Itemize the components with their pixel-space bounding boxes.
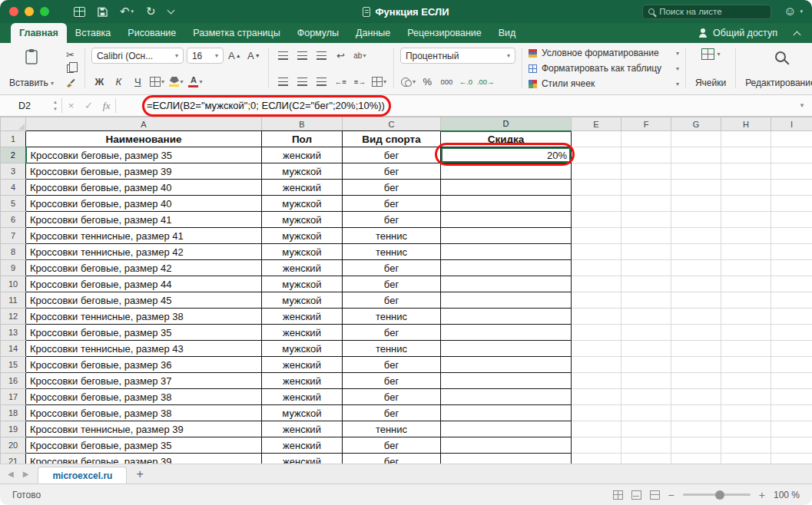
- cell-gender[interactable]: женский: [262, 437, 343, 454]
- collapse-ribbon-icon[interactable]: [794, 31, 801, 38]
- cell[interactable]: [721, 163, 771, 180]
- fill-color-button[interactable]: ▾: [168, 74, 184, 89]
- cell-discount[interactable]: [441, 389, 572, 405]
- row-header-16[interactable]: 16: [1, 373, 26, 389]
- zoom-in-icon[interactable]: +: [759, 489, 765, 501]
- cell[interactable]: [572, 341, 621, 357]
- cell[interactable]: [671, 244, 721, 260]
- cell-name[interactable]: Кроссовки беговые, размер 35: [26, 325, 262, 341]
- cell-gender[interactable]: женский: [262, 309, 343, 325]
- cell[interactable]: [721, 276, 771, 292]
- cell[interactable]: [621, 147, 671, 163]
- font-name-select[interactable]: Calibri (Осн...▾: [91, 48, 184, 64]
- cell[interactable]: [771, 276, 812, 292]
- cell[interactable]: [572, 228, 621, 244]
- row-header-17[interactable]: 17: [1, 389, 26, 405]
- cell[interactable]: [621, 228, 671, 244]
- cell-discount[interactable]: [441, 196, 572, 212]
- cell[interactable]: [621, 292, 671, 309]
- increase-font-button[interactable]: A▲: [227, 48, 243, 64]
- cell-sport[interactable]: бег: [343, 212, 441, 228]
- name-box[interactable]: D2: [0, 95, 49, 116]
- cell-discount[interactable]: [441, 260, 572, 276]
- cell[interactable]: [671, 163, 721, 180]
- save-icon[interactable]: [98, 7, 108, 17]
- cell-name[interactable]: Кроссовки беговые, размер 37: [26, 373, 262, 389]
- cell[interactable]: [572, 437, 621, 454]
- cell-name[interactable]: Кроссовки теннисные, размер 43: [26, 341, 262, 357]
- cell[interactable]: [671, 131, 721, 147]
- cell-discount[interactable]: [441, 357, 572, 373]
- column-header-F[interactable]: F: [621, 117, 671, 131]
- percent-button[interactable]: %: [419, 74, 436, 89]
- decrease-font-button[interactable]: A▼: [246, 48, 262, 64]
- orientation-button[interactable]: ab▾: [352, 48, 368, 63]
- cell[interactable]: [621, 325, 671, 341]
- cell[interactable]: [771, 147, 812, 163]
- cell-name[interactable]: Кроссовки беговые, размер 42: [26, 260, 262, 276]
- cell[interactable]: [621, 373, 671, 389]
- formula-bar-expand-icon[interactable]: ▼: [792, 95, 812, 116]
- cell-gender[interactable]: женский: [262, 421, 343, 437]
- cell[interactable]: [621, 357, 671, 373]
- currency-button[interactable]: ▾: [400, 74, 416, 89]
- cell[interactable]: [721, 389, 771, 405]
- cell[interactable]: [621, 131, 671, 147]
- cell[interactable]: [721, 228, 771, 244]
- cell[interactable]: [721, 373, 771, 389]
- cell[interactable]: [572, 309, 621, 325]
- merge-button[interactable]: ▾: [371, 74, 387, 89]
- cell-gender[interactable]: женский: [262, 454, 343, 464]
- cell-discount[interactable]: [441, 325, 572, 341]
- column-header-I[interactable]: I: [771, 117, 812, 131]
- cell[interactable]: [671, 357, 721, 373]
- cell-discount[interactable]: [441, 405, 572, 421]
- column-header-A[interactable]: A: [26, 117, 262, 131]
- cell[interactable]: [721, 454, 771, 464]
- cell-sport[interactable]: теннис: [343, 309, 441, 325]
- row-header-8[interactable]: 8: [1, 244, 26, 260]
- cell-name[interactable]: Кроссовки теннисные, размер 41: [26, 228, 262, 244]
- cell-gender[interactable]: женский: [262, 260, 343, 276]
- redo-icon[interactable]: ↻: [146, 5, 156, 18]
- cell[interactable]: [771, 163, 812, 180]
- cell[interactable]: [572, 405, 621, 421]
- cell-sport[interactable]: бег: [343, 325, 441, 341]
- increase-indent-button[interactable]: ≡→: [352, 74, 368, 89]
- insert-function-icon[interactable]: fx: [98, 95, 115, 116]
- cell[interactable]: [621, 405, 671, 421]
- cell[interactable]: [721, 357, 771, 373]
- cell[interactable]: [771, 405, 812, 421]
- cell-sport[interactable]: бег: [343, 196, 441, 212]
- column-header-C[interactable]: C: [343, 117, 441, 131]
- cell[interactable]: [572, 147, 621, 163]
- cell[interactable]: [721, 292, 771, 309]
- cell[interactable]: [621, 244, 671, 260]
- cell-sport[interactable]: теннис: [343, 244, 441, 260]
- cell[interactable]: [721, 244, 771, 260]
- cell[interactable]: [771, 341, 812, 357]
- page-layout-view-icon[interactable]: [631, 490, 641, 500]
- cell-discount[interactable]: [441, 421, 572, 437]
- align-middle-button[interactable]: [294, 48, 310, 63]
- cell[interactable]: [771, 180, 812, 196]
- font-color-button[interactable]: А▾: [187, 74, 204, 89]
- tab-Формулы[interactable]: Формулы: [289, 23, 347, 43]
- cell[interactable]: [671, 212, 721, 228]
- cell[interactable]: [621, 260, 671, 276]
- cell-header[interactable]: Вид спорта: [343, 131, 441, 147]
- cell[interactable]: [621, 180, 671, 196]
- cell-gender[interactable]: женский: [262, 357, 343, 373]
- cell-gender[interactable]: женский: [262, 373, 343, 389]
- sheet-tab-active[interactable]: microexcel.ru: [38, 467, 127, 484]
- row-header-20[interactable]: 20: [1, 437, 26, 454]
- share-button[interactable]: Общий доступ: [698, 23, 777, 43]
- column-header-G[interactable]: G: [671, 117, 721, 131]
- increase-decimal-button[interactable]: ←.0: [458, 74, 474, 89]
- cell[interactable]: [572, 260, 621, 276]
- cell[interactable]: [771, 325, 812, 341]
- cell-header[interactable]: Наименование: [26, 131, 262, 147]
- cell-sport[interactable]: бег: [343, 260, 441, 276]
- cell[interactable]: [671, 421, 721, 437]
- cell-gender[interactable]: мужской: [262, 163, 343, 180]
